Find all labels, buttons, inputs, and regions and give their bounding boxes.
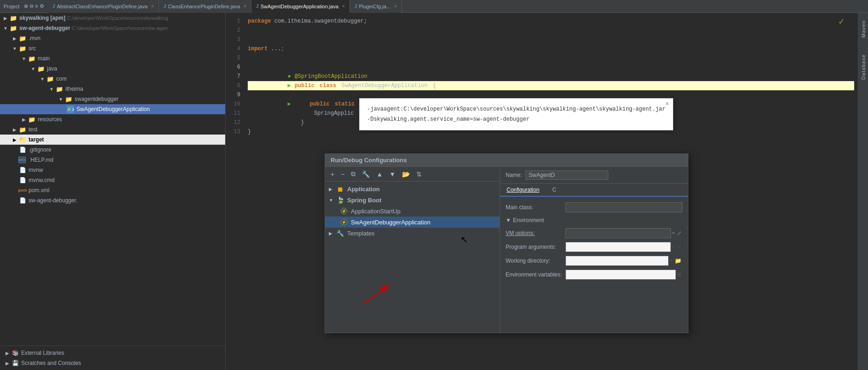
progargs-add-btn[interactable]: +	[671, 243, 676, 251]
toolbar-copy-btn[interactable]: ⧉	[349, 169, 357, 179]
tree-item-java[interactable]: ▼ 📁 java	[0, 64, 225, 74]
label-dtree-swagent: SwAgentDebuggerApplication	[351, 219, 431, 226]
dtree-swagent-icon: ⚡	[340, 218, 348, 226]
tree-item-resources[interactable]: ▶ 📁 resources	[0, 114, 225, 124]
label-itheima: itheima	[65, 86, 83, 92]
toolbar-sort-btn[interactable]: ⇅	[414, 170, 424, 179]
tab-classenhance-icon: J	[163, 4, 166, 9]
dialog-tab-c[interactable]: C	[546, 184, 563, 196]
tree-item-helpmd[interactable]: MD HELP.md	[0, 155, 225, 165]
vmoptions-label: VM options:	[506, 230, 565, 236]
dtree-appstartup[interactable]: ⚡ ApplicationStartUp	[325, 206, 500, 217]
tree-item-swagent[interactable]: ▼ 📁 sw-agent-debugger C:\developer\WorkS…	[0, 23, 225, 33]
tree-item-mvnw[interactable]: 📄 mvnw	[0, 165, 225, 175]
tab-plugincfg[interactable]: J PluginCfg.ja... ×	[350, 0, 402, 13]
dialog-tab-configuration[interactable]: Configuration	[500, 184, 546, 197]
tree-item-main[interactable]: ▼ 📁 main	[0, 53, 225, 64]
tab-abstract[interactable]: J AbstractClassEnhancePluginDefine.java …	[48, 0, 159, 13]
maven-label[interactable]: Maven	[859, 17, 868, 41]
arrow-mvn: ▶	[11, 36, 18, 41]
tab-classenhance[interactable]: J ClassEnhancePluginDefine.java ×	[159, 0, 251, 13]
folder-icon-target: 📁	[18, 135, 27, 144]
folder-icon-java: 📁	[37, 65, 45, 73]
vmoptions-expand-btn[interactable]: +	[671, 229, 676, 237]
tree-item-gitignore[interactable]: 📄 .gitignore	[0, 145, 225, 155]
tab-plugincfg-icon: J	[355, 4, 357, 9]
spring-run-icon-7[interactable]: ▶	[287, 81, 291, 90]
icon-external-libs: 📚	[11, 349, 19, 357]
toolbar-remove-btn[interactable]: −	[339, 170, 346, 179]
envvars-input[interactable]	[565, 270, 676, 280]
c-tab-label: C	[552, 187, 556, 193]
form-section-env[interactable]: ▼ Environment	[506, 214, 682, 226]
dialog-tabs: Configuration C	[500, 184, 688, 197]
workdir-wrapper: + 📁	[565, 256, 682, 266]
kw-public-9: public	[309, 100, 329, 109]
progargs-expand-btn[interactable]: ⤢	[676, 243, 682, 251]
tree-item-skywalking[interactable]: ▶ 📁 skywalking [apm] C:\developer\WorkSp…	[0, 13, 225, 23]
dtree-templates[interactable]: ▶ 🔧 Templates	[325, 228, 500, 239]
tab-plugincfg-close[interactable]: ×	[394, 4, 397, 9]
label-skywalking: skywalking [apm] C:\developer\WorkSpace\…	[19, 15, 168, 21]
tree-item-swagentdebugger[interactable]: ▼ 📁 swagentdebugger	[0, 94, 225, 104]
tree-item-itheima[interactable]: ▼ 📁 itheima	[0, 84, 225, 94]
tree-item-target[interactable]: ▶ 📁 target	[0, 135, 225, 145]
spring-run-icon-6[interactable]: ●	[287, 72, 291, 81]
code-line-1: package com.itheima.swagentdebugger;	[248, 17, 854, 26]
file-icon-helpmd: MD	[18, 157, 26, 163]
tab-abstract-close[interactable]: ×	[151, 4, 154, 9]
right-sidebar: Maven Database	[858, 13, 868, 370]
tab-classenhance-close[interactable]: ×	[244, 4, 246, 9]
tooltip-close-btn[interactable]: ×	[665, 100, 669, 108]
dialog-title-bar: Run/Debug Configurations	[325, 154, 688, 167]
tab-swagent-close[interactable]: ×	[342, 4, 345, 9]
dtree-springboot[interactable]: ▼ 🍃 Spring Boot	[325, 194, 500, 206]
label-swagentapp: SwAgentDebuggerApplication	[76, 106, 150, 112]
sidebar: ▶ 📁 skywalking [apm] C:\developer\WorkSp…	[0, 13, 226, 370]
tree-item-mvn[interactable]: ▶ 📁 .mvn	[0, 33, 225, 43]
vmoptions-input[interactable]	[565, 228, 671, 238]
tree-item-swagentapp[interactable]: ⚡J SwAgentDebuggerApplication	[0, 104, 225, 114]
toolbar-add-btn[interactable]: +	[329, 170, 336, 179]
toolbar-folder-btn[interactable]: 📂	[400, 170, 412, 179]
main-container: Project ⊕ ⊖ ≡ ⚙ J AbstractClassEnhancePl…	[0, 0, 868, 370]
dtree-swagentdebugger[interactable]: ⚡ SwAgentDebuggerApplication	[325, 217, 500, 228]
folder-icon-main: 📁	[28, 54, 36, 63]
label-swagent: sw-agent-debugger C:\developer\WorkSpace…	[19, 25, 168, 31]
workdir-add-btn[interactable]: +	[669, 257, 674, 265]
tree-item-scratches[interactable]: ▶ 💾 Scratches and Consoles	[0, 358, 225, 368]
dialog-tree: ▶ ◼ Application ▼ 🍃 Spring Boot	[325, 182, 500, 333]
tab-bar-left: Project ⊕ ⊖ ≡ ⚙	[0, 3, 48, 9]
arrow-java: ▼	[29, 66, 37, 71]
run-icon-9[interactable]: ▶	[287, 100, 291, 109]
tree-item-com[interactable]: ▼ 📁 com	[0, 74, 225, 84]
envvars-wrapper: ⊞	[565, 270, 682, 280]
label-mvnw: mvnw	[29, 167, 43, 173]
tooltip-line-1: -javaagent:C:\developer\WorkSpace\source…	[367, 104, 665, 114]
code-line-2	[248, 26, 854, 35]
arrow-scratches: ▶	[4, 361, 11, 366]
tab-swagent-icon: J	[256, 4, 259, 9]
file-icon-mvnwcmd: 📄	[18, 176, 27, 184]
progargs-input[interactable]	[565, 242, 671, 252]
workdir-input[interactable]	[565, 256, 669, 266]
tree-item-swagentfile[interactable]: 📄 sw-agent-debugger.	[0, 195, 225, 206]
database-label[interactable]: Database	[859, 51, 868, 83]
label-appstartup: ApplicationStartUp	[351, 208, 401, 215]
tree-item-mvnwcmd[interactable]: 📄 mvnw.cmd	[0, 175, 225, 185]
tab-classenhance-label: ClassEnhancePluginDefine.java	[168, 4, 240, 9]
tab-swagent[interactable]: J SwAgentDebuggerApplication.java ×	[251, 0, 350, 13]
dialog-name-input[interactable]	[525, 170, 608, 180]
tree-item-test[interactable]: ▶ 📁 test	[0, 124, 225, 135]
tree-item-pomxml[interactable]: pom pom.xml	[0, 185, 225, 195]
tree-item-external-libs[interactable]: ▶ 📚 External Libraries	[0, 348, 225, 358]
tree-item-src[interactable]: ▼ 📁 src	[0, 43, 225, 53]
dtree-application[interactable]: ▶ ◼ Application	[325, 183, 500, 194]
workdir-folder-btn[interactable]: 📁	[674, 257, 682, 265]
toolbar-wrench-btn[interactable]: 🔧	[360, 170, 372, 179]
vmoptions-expand2-btn[interactable]: ⤢	[676, 229, 682, 237]
toolbar-up-btn[interactable]: ▲	[374, 170, 384, 179]
mainclass-input[interactable]	[565, 202, 682, 212]
envvars-expand-btn[interactable]: ⊞	[676, 270, 682, 279]
toolbar-down-btn[interactable]: ▼	[387, 170, 397, 179]
